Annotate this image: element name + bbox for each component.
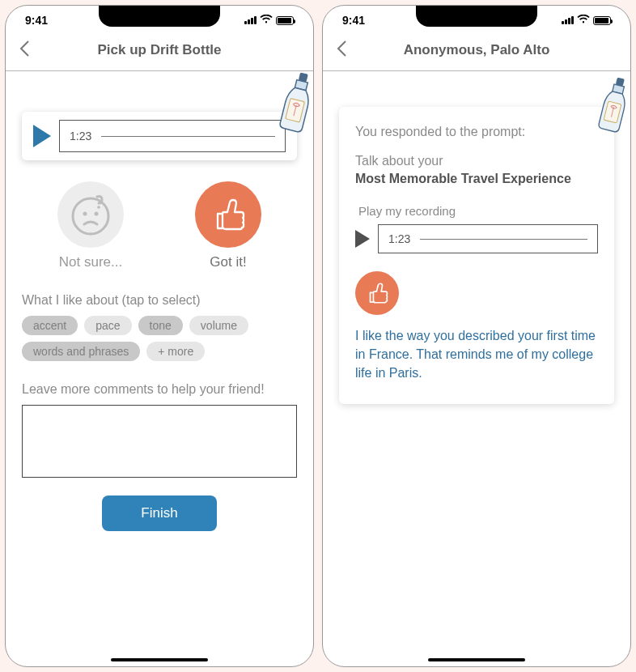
comment-input[interactable] <box>22 405 297 478</box>
comment-label: Leave more comments to help your friend! <box>22 381 297 398</box>
chip-tone[interactable]: tone <box>138 316 183 335</box>
svg-point-6 <box>95 212 99 216</box>
prompt-lead: Talk about your <box>355 154 598 168</box>
phone-right: 9:41 Anonymous, Palo Alto <box>322 5 631 667</box>
battery-icon <box>593 16 611 25</box>
notch <box>416 6 537 27</box>
home-indicator[interactable] <box>428 658 525 661</box>
audio-player-row: 1:23 <box>355 224 598 253</box>
audio-time: 1:23 <box>388 232 410 245</box>
svg-point-7 <box>97 206 100 209</box>
rating-got-it[interactable]: Got it! <box>195 181 261 270</box>
audio-time: 1:23 <box>70 130 91 142</box>
play-button[interactable] <box>33 125 51 147</box>
content-left: 1:23 Not sure... <box>6 71 313 666</box>
prompt-topic: Most Memorable Travel Experience <box>355 172 598 186</box>
header: Anonymous, Palo Alto <box>323 32 630 71</box>
status-time: 9:41 <box>342 14 365 27</box>
notch <box>99 6 220 27</box>
chip-accent[interactable]: accent <box>22 316 78 335</box>
prompt-intro: You responded to the prompt: <box>355 125 598 139</box>
thumbs-up-icon <box>355 271 399 315</box>
wifi-icon <box>577 14 590 27</box>
feedback-text: I like the way you described your first … <box>355 326 598 383</box>
like-section-label: What I like about (tap to select) <box>22 293 297 308</box>
rating-not-sure[interactable]: Not sure... <box>57 181 124 270</box>
chip-row: accent pace tone volume words and phrase… <box>22 316 297 361</box>
response-card: You responded to the prompt: Talk about … <box>339 107 614 404</box>
timeline-line <box>101 136 275 137</box>
chip-pace[interactable]: pace <box>84 316 131 335</box>
wifi-icon <box>260 14 273 27</box>
svg-point-5 <box>83 212 87 216</box>
signal-icon <box>562 16 574 24</box>
play-my-recording-label: Play my recording <box>358 204 598 218</box>
play-button[interactable] <box>355 230 370 248</box>
battery-icon <box>276 16 294 25</box>
bottle-icon <box>598 74 630 139</box>
page-title: Pick up Drift Bottle <box>38 42 300 58</box>
header: Pick up Drift Bottle <box>6 32 313 71</box>
thumbs-up-icon <box>195 181 261 248</box>
confused-face-icon <box>57 181 124 248</box>
status-time: 9:41 <box>25 14 48 27</box>
rating-got-it-label: Got it! <box>210 254 246 270</box>
back-button[interactable] <box>19 40 38 61</box>
page-title: Anonymous, Palo Alto <box>355 42 617 58</box>
chip-words-phrases[interactable]: words and phrases <box>22 342 140 361</box>
finish-button[interactable]: Finish <box>102 495 216 531</box>
rating-row: Not sure... Got it! <box>22 181 297 270</box>
status-icons <box>244 14 294 27</box>
chip-volume[interactable]: volume <box>189 316 248 335</box>
svg-point-4 <box>73 198 108 234</box>
audio-timeline[interactable]: 1:23 <box>59 120 286 152</box>
rating-not-sure-label: Not sure... <box>59 254 122 270</box>
phone-left: 9:41 Pick up Drift Bottle <box>5 5 314 667</box>
home-indicator[interactable] <box>111 658 208 661</box>
status-icons <box>562 14 611 27</box>
back-button[interactable] <box>336 40 355 61</box>
timeline-line <box>420 239 587 240</box>
chip-more[interactable]: + more <box>146 342 205 361</box>
audio-player-card: 1:23 <box>22 112 297 160</box>
audio-timeline[interactable]: 1:23 <box>378 224 598 253</box>
bottle-icon <box>279 71 313 139</box>
signal-icon <box>244 16 257 24</box>
content-right: You responded to the prompt: Talk about … <box>323 71 630 666</box>
